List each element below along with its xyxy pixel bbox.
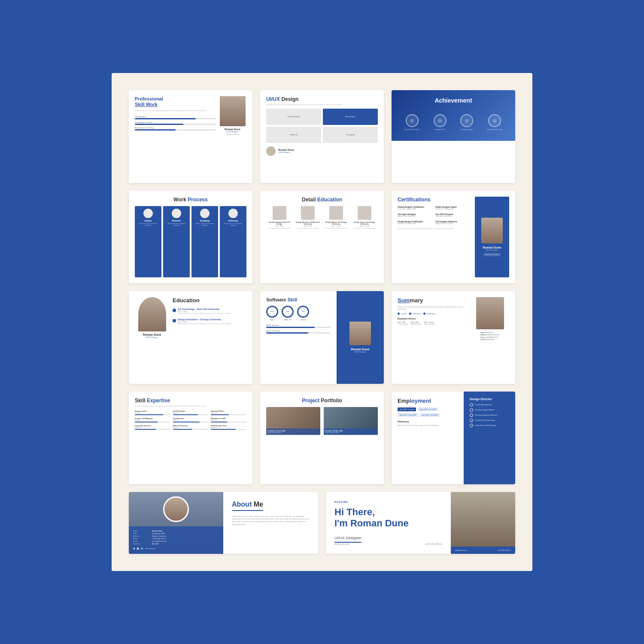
slide-professional-skill: Professional Skill Work Risque elit sit …	[129, 90, 252, 183]
sw-right: Roman Dune UI/UX Designer	[337, 291, 384, 384]
achievement-title-area: Achievement	[392, 90, 515, 111]
edu-left: Roman Dune UI/UX Designer	[135, 297, 169, 378]
edu-item-2: Design Bachelor Of New York University 2…	[295, 206, 321, 277]
slide1-role: UI/UX Designer	[227, 131, 239, 133]
sw-circles: 80% Figma 75% Adobe XD 70% InVision	[266, 306, 331, 321]
edu-name: Roman Dune	[143, 333, 161, 336]
skill-expertise-8: Management Skill Risque elit	[211, 417, 246, 422]
sw-circle-3: 70% InVision	[297, 306, 309, 321]
outer-container: Professional Skill Work Risque elit sit …	[112, 73, 532, 571]
skill-expertise-9: UI/UX Design Tools Risque elit	[211, 425, 246, 430]
edu-item-3: Design Master Of Chicago University 2016…	[323, 206, 349, 277]
process-step-3: Designing Risque elit sit amet consectet…	[191, 206, 218, 277]
education-row: Vocational High School Of Design 2014 - …	[266, 206, 378, 277]
edu-role: UI/UX Designer	[146, 336, 158, 338]
edu-item-1: Vocational High School Of Design 2014 - …	[266, 206, 293, 277]
res-right: www.yourv.com +123 123 1234 12	[451, 492, 515, 554]
process-step-2: Research Risque elit sit amet consectetu…	[163, 206, 190, 277]
skill-expertise-grid: Design Leader Risque elit Design Field M…	[135, 410, 246, 432]
res-tag: RESUME	[334, 501, 442, 503]
emp-left: Employment Jan 2020 - Current Aug 2018 -…	[392, 392, 464, 484]
edu-item-4: Design Expert Of Chicago University 2020…	[351, 206, 378, 277]
sum-text: Risque elit sit amet consectetur adipisc…	[398, 306, 467, 310]
slide-work-process: Work Process Analyze Risque elit sit ame…	[129, 191, 252, 283]
slide-project-portfolio: Project Portfolio Portfolio, 12 Jan 2022…	[260, 392, 384, 484]
skill-expertise-7: Microsoft Office Risque elit	[211, 410, 246, 415]
slide-achievement: Achievement ◎ Design Of The Year ◎ Uniqu…	[392, 90, 515, 183]
slide1-title: Professional Skill Work	[135, 96, 216, 107]
skill-bar-1: UI/UX Analysis	[135, 115, 216, 119]
slide4-title: Work Process	[135, 197, 246, 203]
edu-entry-1: Art And Design - New York University 201…	[173, 308, 246, 315]
emp-item-4: Leading The Design Team	[470, 419, 509, 422]
sw-avatar	[349, 322, 371, 345]
skill-expertise-5: Top Illustrator Risque elit	[173, 417, 209, 422]
slide1-body: Risque elit sit amet consectetur adipisc…	[135, 110, 216, 112]
res-title: Hi There, I'm Roman Dune	[334, 507, 442, 529]
design-item-3: Designing	[266, 127, 321, 143]
about-title: About Me	[232, 501, 263, 511]
about-social: ● ■ in @romandune	[133, 547, 219, 550]
slide1-available: Available for freelance	[226, 134, 239, 135]
ach-icon-3: ◎ Creative Leader	[460, 114, 473, 131]
emp-item-2: The Best Graphic Method	[470, 408, 509, 412]
cert-avatar	[481, 218, 503, 243]
ach-icon-4: ◎ Design Of The Year	[487, 114, 502, 131]
cert-grid: Global Designer Certification Certificat…	[398, 206, 471, 226]
sum-skills: Layouts UI Analysis UX Analysis	[398, 313, 467, 315]
ach-icon-1: ◎ Design Of The Year	[404, 114, 419, 131]
emp-history: 2012 - 2015 Junior Designer 2015 - 2018 …	[398, 322, 467, 325]
portfolio-item-1: Portfolio, 12 Jan 2022 Project Portfolio…	[266, 407, 320, 478]
slide5-title: Detail Education	[266, 197, 378, 203]
slides-grid: Professional Skill Work Risque elit sit …	[129, 90, 515, 554]
sum-left: Summary Risque elit sit amet consectetur…	[398, 297, 467, 378]
cert-item-2: Top Figma Designer Design House Group 3d…	[398, 213, 434, 217]
process-circle-4	[228, 209, 238, 218]
cert-name: Roman Dune	[483, 246, 501, 249]
emp-item-5: Smart Idea For Web Design	[470, 424, 509, 427]
edu-right: Education Art And Design - New York Univ…	[173, 297, 246, 378]
skill-expertise-3: Layout Art direction Risque elit	[135, 425, 170, 430]
slide-certifications: Certifications Global Designer Certifica…	[392, 191, 515, 283]
process-circle-1	[143, 209, 153, 218]
res-footer-info: www.yourv.com +123 123 1234 12	[334, 543, 442, 545]
emp-right: Design Director Creative Management The …	[464, 392, 515, 484]
slide-resume: RESUME Hi There, I'm Roman Dune UI/UX De…	[326, 492, 515, 554]
portfolio-item-2: Portfolio, 20 Mar 2022 Project Portfolio…	[324, 407, 378, 478]
slide10-body: Risque elit sit amet consectetur adipisc…	[135, 405, 246, 407]
sum-right: Name Roman Dune Address Jakarta, Indones…	[471, 297, 509, 378]
sw-name: Roman Dune	[351, 348, 369, 351]
skill-col-3: Microsoft Office Risque elit Management …	[211, 410, 246, 432]
skill-expertise-1: Design Leader Risque elit	[135, 410, 170, 415]
slide2-role: UI/UX Designer	[278, 151, 294, 153]
process-step-4: Delivering Risque elit sit amet consecte…	[220, 206, 246, 277]
achievement-icons: ◎ Design Of The Year ◎ Unique UI/UX ◎ Cr…	[392, 114, 515, 137]
sw-circle-2: 75% Adobe XD	[282, 306, 294, 321]
skill-bar-3: Material Layout Thinking	[135, 127, 216, 131]
res-footer-bar: www.yourv.com +123 123 1234 12	[451, 547, 515, 554]
portfolio-img-2: Portfolio, 20 Mar 2022 Project Portfolio…	[324, 407, 378, 435]
slide11-title: Project Portfolio	[266, 398, 378, 404]
slide-employment: Employment Jan 2020 - Current Aug 2018 -…	[392, 392, 515, 484]
cert-role: UI/UX Designer	[486, 249, 498, 251]
skill-col-1: Design Leader Risque elit Design Field M…	[135, 410, 170, 432]
process-circle-2	[172, 209, 181, 218]
ach-icon-2: ◎ Unique UI/UX	[434, 114, 447, 131]
cert-item-6: Top Designer Influencer Design House Gro…	[435, 221, 471, 225]
process-row: Analyze Risque elit sit amet consectetur…	[135, 206, 246, 277]
slide-summary: Summary Risque elit sit amet consectetur…	[392, 291, 515, 384]
cert-button[interactable]: Available For Freelance	[483, 253, 501, 256]
cert-right: Roman Dune UI/UX Designer Available For …	[475, 197, 509, 277]
skill-expertise-4: UI-UX Designer Risque elit	[173, 410, 209, 415]
emp-periods: Jan 2020 - Current Aug 2018 - Oct 2020 S…	[398, 407, 458, 417]
cert-item-1: Global Designer Certification Certificat…	[398, 206, 434, 210]
emp-item-3: Security Design Development	[470, 413, 509, 417]
edu-entry-2: Design Education - Chicago University 20…	[173, 318, 246, 325]
res-left: RESUME Hi There, I'm Roman Dune UI/UX De…	[326, 492, 451, 554]
process-step-1: Analyze Risque elit sit amet consectetur…	[135, 206, 161, 277]
slide2-avatar	[266, 146, 276, 156]
about-overlay: Name Roman Dune Birth 24 January 1992 Ad…	[129, 526, 223, 554]
emp-title: Employment	[398, 398, 458, 404]
sw-title: Software Skill	[266, 297, 331, 302]
achievement-title: Achievement	[398, 97, 508, 104]
